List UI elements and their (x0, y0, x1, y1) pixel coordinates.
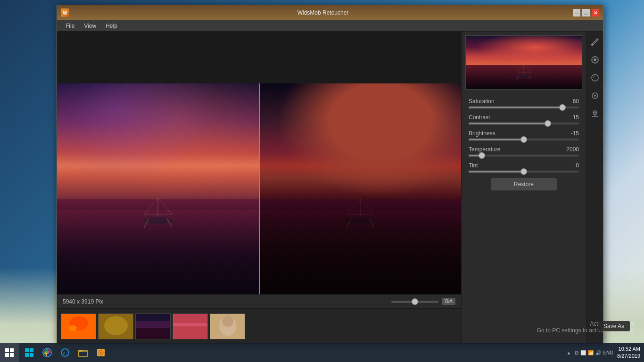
app-window: W WidsMob Retoucher — □ ✕ File View Help (57, 5, 603, 344)
taskbar-retoucher-icon[interactable] (92, 344, 109, 361)
editor-area: 5940 x 3919 Pix B/A (57, 32, 461, 344)
paint-tool-icon[interactable] (588, 71, 602, 84)
windows-logo (5, 348, 14, 357)
boat-before-icon (130, 193, 186, 231)
stamp-tool-icon[interactable] (588, 107, 602, 120)
preview-image (465, 35, 582, 90)
adjust-tool-icon[interactable] (588, 89, 602, 102)
svg-rect-17 (136, 328, 171, 339)
svg-rect-18 (173, 314, 208, 339)
language-indicator: ENG (603, 350, 613, 355)
windows-logo-bl (5, 353, 9, 357)
volume-icon: 🔊 (595, 350, 601, 355)
thumbnail-5[interactable] (210, 313, 245, 339)
saturation-value: 60 (560, 98, 579, 105)
image-before (57, 83, 259, 294)
menu-file[interactable]: File (61, 22, 79, 30)
maximize-button[interactable]: □ (582, 9, 590, 16)
menu-view[interactable]: View (79, 22, 101, 30)
tint-label: Tint (469, 162, 478, 169)
brush-tool-icon[interactable] (588, 35, 602, 49)
window-controls: — □ ✕ (573, 9, 599, 16)
thumbnail-4[interactable] (173, 313, 208, 339)
app-icon: W (61, 8, 69, 17)
temperature-slider[interactable] (469, 155, 579, 156)
taskbar-system-tray: ▲ ⊟ ⬜ 📶 🔊 ENG 10:52 AM 8/27/2019 (562, 346, 644, 360)
temperature-row: Temperature 2000 (469, 146, 579, 156)
tint-slider[interactable] (469, 171, 579, 173)
svg-point-14 (104, 316, 128, 335)
taskbar-ie-icon[interactable]: e (57, 344, 74, 361)
restore-button[interactable]: Restore (491, 178, 557, 190)
svg-point-36 (594, 95, 596, 97)
brightness-thumb[interactable] (520, 136, 527, 143)
brightness-slider[interactable] (469, 139, 579, 140)
app-icon-letter: W (63, 10, 67, 16)
temperature-header: Temperature 2000 (469, 146, 579, 153)
zoom-slider-thumb[interactable] (412, 298, 418, 305)
tint-thumb[interactable] (520, 168, 527, 175)
taskbar-icons: e (19, 344, 111, 361)
contrast-slider[interactable] (469, 123, 579, 124)
saturation-fill (469, 107, 562, 108)
temperature-label: Temperature (469, 146, 500, 153)
svg-point-30 (594, 58, 596, 61)
thumbnail-1[interactable] (61, 313, 96, 339)
tint-header: Tint 0 (469, 162, 579, 169)
taskbar-explorer-icon[interactable] (74, 344, 91, 361)
image-divider[interactable] (259, 83, 260, 294)
tint-value: 0 (560, 162, 579, 169)
image-comparison (57, 83, 461, 294)
brightness-label: Brightness (469, 130, 495, 137)
dropper-tool-icon[interactable] (588, 53, 602, 66)
thumbnail-3[interactable] (135, 313, 171, 339)
saturation-thumb[interactable] (559, 104, 566, 111)
right-toolbar (586, 32, 603, 344)
thumbnail-2[interactable] (98, 313, 133, 339)
windows-logo-br (10, 353, 14, 357)
svg-rect-19 (173, 323, 208, 326)
boat-after-icon (332, 193, 388, 231)
brightness-fill (469, 139, 524, 140)
window-title: WidsMob Retoucher (73, 9, 573, 16)
right-panel: Saturation 60 Contrast 15 (461, 32, 586, 344)
show-hidden-icons[interactable]: ▲ (566, 350, 571, 355)
contrast-fill (469, 123, 548, 124)
close-button[interactable]: ✕ (592, 9, 599, 16)
svg-point-54 (100, 352, 102, 354)
minimize-button[interactable]: — (573, 9, 580, 16)
taskbar-chrome-icon[interactable] (39, 344, 56, 361)
system-icons: ⊟ ⬜ 📶 🔊 ENG (575, 350, 613, 355)
tint-fill (469, 171, 524, 173)
contrast-thumb[interactable] (545, 120, 551, 127)
clock-time: 10:52 AM (617, 346, 640, 353)
zoom-slider-container (391, 301, 438, 303)
screen-icon: ⬜ (580, 350, 586, 355)
main-content: 5940 x 3919 Pix B/A (57, 32, 603, 344)
taskbar: e ▲ ⊟ ⬜ 📶 🔊 ENG 10:52 AM 8/27/2019 (0, 343, 644, 362)
notification-icon: ⊟ (575, 350, 578, 355)
contrast-row: Contrast 15 (469, 114, 579, 124)
svg-rect-44 (25, 353, 29, 357)
saturation-label: Saturation (469, 98, 495, 105)
image-dimensions: 5940 x 3919 Pix (63, 298, 391, 305)
svg-point-22 (222, 315, 233, 327)
brightness-row: Brightness -15 (469, 130, 579, 140)
saturation-row: Saturation 60 (469, 98, 579, 108)
taskbar-clock[interactable]: 10:52 AM 8/27/2019 (617, 346, 640, 360)
zoom-slider[interactable] (391, 301, 438, 303)
ba-badge: B/A (442, 298, 455, 305)
taskbar-store-icon[interactable] (21, 344, 38, 361)
contrast-value: 15 (560, 114, 579, 121)
clock-date: 8/27/2019 (617, 353, 640, 360)
saturation-slider[interactable] (469, 107, 579, 108)
temperature-thumb[interactable] (479, 152, 485, 159)
svg-rect-43 (30, 348, 33, 352)
tint-row: Tint 0 (469, 162, 579, 173)
svg-rect-45 (30, 353, 33, 357)
menu-help[interactable]: Help (101, 22, 122, 30)
start-button[interactable] (0, 343, 19, 362)
title-bar: W WidsMob Retoucher — □ ✕ (57, 5, 603, 20)
save-as-overlay: Save As (598, 321, 630, 331)
brightness-header: Brightness -15 (469, 130, 579, 137)
